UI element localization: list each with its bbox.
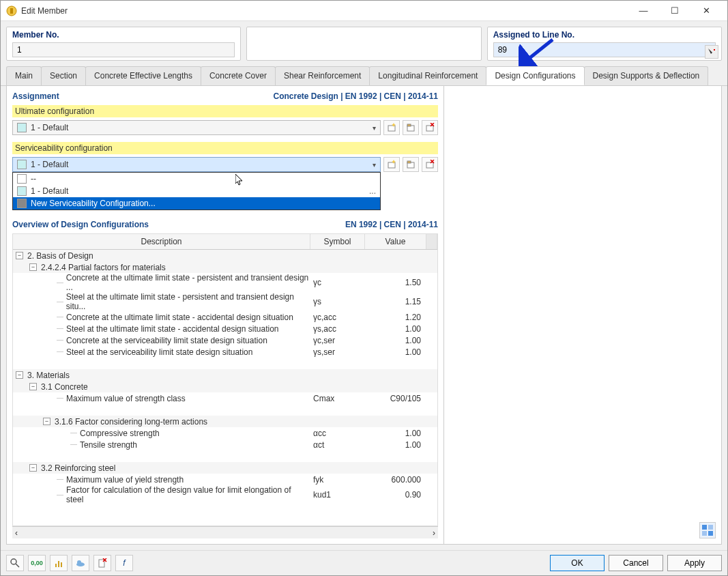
svg-rect-10 [388,162,395,168]
expander-icon[interactable]: − [43,418,50,425]
units-button[interactable]: 0,00 [28,555,46,571]
col-value[interactable]: Value [365,234,426,249]
table-row[interactable]: Maximum value of yield strengthfyk600.00… [13,474,437,485]
member-no-input[interactable] [12,42,235,57]
clear-button[interactable] [93,555,111,571]
edit-config-button[interactable] [403,120,419,135]
tab-concrete-effective-lengths[interactable]: Concrete Effective Lengths [85,66,201,85]
table-row[interactable]: Maximum value of strength classCmaxC90/1… [13,392,437,404]
horizontal-scrollbar[interactable]: ‹ › [12,526,438,538]
col-symbol[interactable]: Symbol [310,234,365,249]
delete-config-button[interactable] [422,157,438,172]
dropdown-item-new[interactable]: New Serviceability Configuration... [13,197,380,210]
table-row[interactable]: −2. Basis of Design [13,250,437,261]
scroll-right-icon[interactable]: › [433,528,435,538]
swatch-icon [17,174,27,184]
tab-concrete-cover[interactable]: Concrete Cover [201,66,276,85]
table-row[interactable]: Steel at the ultimate limit state - acci… [13,323,437,334]
key-icon [10,558,20,568]
page-x-icon [98,558,107,568]
dropdown-item-default[interactable]: 1 - Default ... [13,185,380,197]
ok-button[interactable]: OK [550,555,605,571]
assigned-line-field: Assigned to Line No. [487,27,722,61]
minimize-button[interactable]: — [628,1,659,21]
footer: 0,00 f OK Cancel Apply [1,550,727,575]
overview-section: Overview of Design Configurations EN 199… [12,220,438,538]
overview-title: Overview of Design Configurations [12,220,149,229]
serviceability-config-label: Serviceability configuration [12,142,438,154]
folder-icon [406,160,416,169]
expander-icon[interactable]: − [29,383,37,390]
maximize-button[interactable]: ☐ [659,1,690,21]
col-description[interactable]: Description [13,234,310,249]
pick-icon [707,47,716,57]
svg-rect-22 [55,564,57,567]
left-pane: Assignment Concrete Design | EN 1992 | C… [7,86,443,544]
tab-main[interactable]: Main [6,66,42,85]
svg-rect-23 [58,561,59,567]
expander-icon[interactable]: − [16,252,23,259]
expander-icon[interactable]: − [29,263,37,271]
table-row[interactable]: −2.4.2.4 Partial factors for materials [13,261,437,273]
expander-icon[interactable]: − [16,371,23,379]
tab-longitudinal-reinforcement[interactable]: Longitudinal Reinforcement [369,66,486,85]
graphics-button[interactable] [699,522,716,538]
tab-content: Assignment Concrete Design | EN 1992 | C… [6,86,722,545]
table-row[interactable]: −3.1 Concrete [13,381,437,392]
table-row[interactable]: −3. Materials [13,369,437,381]
svg-rect-7 [426,126,433,131]
table-row[interactable]: Steel at the serviceability limit state … [13,346,437,358]
svg-rect-16 [702,525,707,530]
table-row[interactable]: Tensile strengthαct1.00 [13,439,437,450]
svg-line-21 [16,564,19,567]
serviceability-config-select[interactable]: 1 - Default ▾ [12,157,381,172]
tab-design-configurations[interactable]: Design Configurations [486,66,584,85]
help-button[interactable] [6,555,24,571]
edit-member-window: Edit Member — ☐ ✕ Member No. Assigned to… [0,0,728,576]
scroll-left-icon[interactable]: ‹ [15,528,18,538]
titlebar: Edit Member — ☐ ✕ [1,1,727,21]
swatch-icon [17,199,27,208]
svg-rect-24 [61,562,62,567]
overview-design-info: EN 1992 | CEN | 2014-11 [345,220,438,229]
table-row[interactable]: −3.2 Reinforcing steel [13,462,437,474]
new-config-button[interactable] [383,120,400,135]
table-row[interactable]: Factor for calculation of the design val… [13,485,437,504]
assigned-line-input[interactable] [493,42,716,57]
tabs-row: MainSectionConcrete Effective LengthsCon… [1,66,727,86]
view-button[interactable] [72,555,89,571]
close-button[interactable]: ✕ [690,1,722,21]
fx-icon: f [123,558,125,568]
svg-rect-6 [407,124,411,126]
dropdown-item-blank[interactable]: -- [13,173,380,185]
table-row[interactable]: Concrete at the serviceability limit sta… [13,334,437,346]
new-sparkle-icon [387,123,396,132]
bars-icon [54,558,63,568]
ultimate-config-select[interactable]: 1 - Default ▾ [12,120,381,135]
member-no-label: Member No. [12,30,235,40]
expander-icon[interactable]: − [29,464,37,472]
cancel-button[interactable]: Cancel [609,555,663,571]
table-row[interactable]: −3.1.6 Factor considering long-term acti… [13,416,437,427]
pick-line-button[interactable] [705,45,718,59]
svg-rect-13 [426,162,433,168]
table-row[interactable]: Steel at the ultimate limit state - pers… [13,292,437,311]
table-row[interactable]: Concrete at the ultimate limit state - p… [13,273,437,292]
cloud-icon [76,558,85,568]
table-row[interactable]: Concrete at the ultimate limit state - a… [13,311,437,323]
apply-button[interactable]: Apply [667,555,722,571]
new-config-button[interactable] [383,157,400,172]
tab-shear-reinforcement[interactable]: Shear Reinforcement [275,66,370,85]
function-button[interactable]: f [115,555,133,571]
folder-icon [406,123,416,132]
assignment-title: Assignment [12,91,59,101]
delete-config-button[interactable] [422,120,438,135]
overview-table[interactable]: Description Symbol Value −2. Basis of De… [12,233,438,526]
table-row[interactable]: Compressive strengthαcc1.00 [13,427,437,439]
filter-button[interactable] [50,555,68,571]
serviceability-dropdown: -- 1 - Default ... New Serviceability Co… [12,172,381,210]
top-fields: Member No. Assigned to Line No. [1,21,727,66]
edit-config-button[interactable] [403,157,419,172]
tab-section[interactable]: Section [41,66,86,85]
tab-design-supports-deflection[interactable]: Design Supports & Deflection [584,66,709,85]
